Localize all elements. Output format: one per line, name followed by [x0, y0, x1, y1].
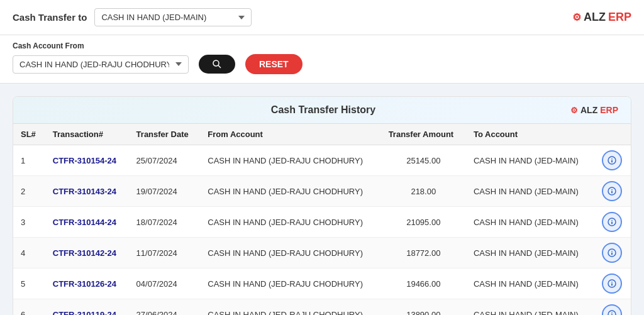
svg-rect-4 [611, 160, 613, 163]
cell-amount: 13890.00 [381, 299, 466, 316]
logo-alz: ALZ [584, 11, 606, 24]
col-action [594, 124, 631, 145]
cell-sl: 2 [13, 176, 45, 207]
col-date: Transfer Date [129, 124, 201, 145]
svg-rect-18 [611, 312, 613, 314]
table-body: 1 CTFR-310154-24 25/07/2024 CASH IN HAND… [13, 145, 631, 316]
cell-sl: 6 [13, 299, 45, 316]
filter-controls: CASH IN HAND (JED-RAJU CHODHURY) RESET [13, 54, 631, 74]
cell-to: CASH IN HAND (JED-MAIN) [466, 238, 594, 268]
cell-transaction: CTFR-310154-24 [45, 145, 129, 176]
table-row: 1 CTFR-310154-24 25/07/2024 CASH IN HAND… [13, 145, 631, 176]
history-title: Cash Transfer History [76, 104, 570, 116]
cell-amount: 21095.00 [381, 207, 466, 238]
view-action-icon[interactable] [602, 212, 622, 232]
cell-sl: 5 [13, 268, 45, 299]
cell-to: CASH IN HAND (JED-MAIN) [466, 145, 594, 176]
cell-action[interactable] [594, 299, 631, 316]
col-sl: SL# [13, 124, 45, 145]
cell-from: CASH IN HAND (JED-RAJU CHODHURY) [200, 207, 380, 238]
view-action-icon[interactable] [602, 181, 622, 201]
history-logo-icon: ⚙ [570, 106, 578, 115]
search-icon [213, 60, 221, 69]
cell-transaction: CTFR-310119-24 [45, 299, 129, 316]
cell-from: CASH IN HAND (JED-RAJU CHODHURY) [200, 176, 380, 207]
col-transaction: Transaction# [45, 124, 129, 145]
search-button[interactable] [199, 55, 235, 74]
cell-transaction: CTFR-310126-24 [45, 268, 129, 299]
history-logo-erp: ERP [600, 105, 618, 115]
cell-action[interactable] [594, 268, 631, 299]
top-logo: ⚙ ALZERP [572, 11, 631, 24]
cell-sl: 1 [13, 145, 45, 176]
history-logo: ⚙ ALZERP [570, 105, 618, 115]
main-content: Cash Transfer History ⚙ ALZERP SL# Trans… [0, 84, 644, 315]
top-bar: Cash Transfer to CASH IN HAND (JED-MAIN)… [0, 0, 644, 35]
svg-rect-13 [611, 253, 613, 255]
svg-line-1 [218, 65, 221, 68]
cell-sl: 3 [13, 207, 45, 238]
cell-action[interactable] [594, 176, 631, 207]
table-row: 5 CTFR-310126-24 04/07/2024 CASH IN HAND… [13, 268, 631, 299]
cell-transaction: CTFR-310144-24 [45, 207, 129, 238]
svg-rect-7 [611, 191, 613, 194]
history-table: SL# Transaction# Transfer Date From Acco… [13, 124, 631, 315]
top-bar-left: Cash Transfer to CASH IN HAND (JED-MAIN) [13, 8, 252, 26]
reset-button[interactable]: RESET [245, 54, 303, 74]
table-row: 4 CTFR-310142-24 11/07/2024 CASH IN HAND… [13, 238, 631, 268]
cell-amount: 18772.00 [381, 238, 466, 268]
col-from: From Account [200, 124, 380, 145]
cell-from: CASH IN HAND (JED-RAJU CHODHURY) [200, 268, 380, 299]
cell-from: CASH IN HAND (JED-RAJU CHODHURY) [200, 299, 380, 316]
cell-date: 18/07/2024 [129, 207, 201, 238]
cell-date: 27/06/2024 [129, 299, 201, 316]
col-amount: Transfer Amount [381, 124, 466, 145]
table-row: 2 CTFR-310143-24 19/07/2024 CASH IN HAND… [13, 176, 631, 207]
view-action-icon[interactable] [602, 304, 622, 315]
cell-date: 11/07/2024 [129, 238, 201, 268]
cell-amount: 218.00 [381, 176, 466, 207]
cell-transaction: CTFR-310143-24 [45, 176, 129, 207]
cell-to: CASH IN HAND (JED-MAIN) [466, 268, 594, 299]
cell-date: 04/07/2024 [129, 268, 201, 299]
view-action-icon[interactable] [602, 150, 622, 170]
cell-action[interactable] [594, 238, 631, 268]
view-action-icon[interactable] [602, 274, 622, 294]
cell-date: 25/07/2024 [129, 145, 201, 176]
cash-account-from-select[interactable]: CASH IN HAND (JED-RAJU CHODHURY) [13, 55, 189, 74]
logo-erp: ERP [608, 11, 631, 24]
history-header: Cash Transfer History ⚙ ALZERP [13, 97, 631, 124]
svg-rect-12 [611, 251, 613, 252]
cell-amount: 25145.00 [381, 145, 466, 176]
cell-sl: 4 [13, 238, 45, 268]
cell-from: CASH IN HAND (JED-RAJU CHODHURY) [200, 145, 380, 176]
cell-to: CASH IN HAND (JED-MAIN) [466, 207, 594, 238]
col-to: To Account [466, 124, 594, 145]
cash-transfer-to-label: Cash Transfer to [13, 12, 87, 23]
svg-point-0 [213, 60, 219, 66]
table-header: SL# Transaction# Transfer Date From Acco… [13, 124, 631, 145]
cell-action[interactable] [594, 145, 631, 176]
cell-from: CASH IN HAND (JED-RAJU CHODHURY) [200, 238, 380, 268]
cell-amount: 19466.00 [381, 268, 466, 299]
cash-account-from-label: Cash Account From [13, 41, 631, 50]
svg-rect-10 [611, 222, 613, 224]
view-action-icon[interactable] [602, 243, 622, 263]
table-row: 3 CTFR-310144-24 18/07/2024 CASH IN HAND… [13, 207, 631, 238]
history-card: Cash Transfer History ⚙ ALZERP SL# Trans… [13, 96, 631, 315]
cell-action[interactable] [594, 207, 631, 238]
cell-to: CASH IN HAND (JED-MAIN) [466, 299, 594, 316]
cell-date: 19/07/2024 [129, 176, 201, 207]
svg-rect-6 [611, 189, 613, 191]
svg-rect-3 [611, 158, 613, 160]
svg-rect-15 [611, 282, 613, 283]
cell-to: CASH IN HAND (JED-MAIN) [466, 176, 594, 207]
filter-bar: Cash Account From CASH IN HAND (JED-RAJU… [0, 35, 644, 84]
cell-transaction: CTFR-310142-24 [45, 238, 129, 268]
logo-icon: ⚙ [572, 11, 581, 23]
table-row: 6 CTFR-310119-24 27/06/2024 CASH IN HAND… [13, 299, 631, 316]
cash-transfer-to-select[interactable]: CASH IN HAND (JED-MAIN) [94, 8, 252, 26]
history-logo-alz: ALZ [580, 105, 597, 115]
svg-rect-16 [611, 284, 613, 286]
svg-rect-9 [611, 220, 613, 221]
